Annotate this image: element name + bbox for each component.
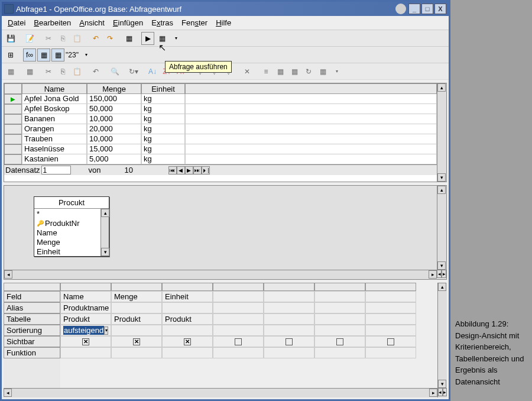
design-cell-visible[interactable]: [213, 336, 264, 347]
design-col-header[interactable]: [314, 283, 365, 291]
design-cell-sort[interactable]: [162, 325, 213, 336]
maximize-button[interactable]: □: [421, 4, 433, 14]
cell-menge[interactable]: 50,000: [87, 104, 141, 114]
design-cell-funktion[interactable]: [213, 347, 264, 358]
hscroll-left-icon[interactable]: ◂: [4, 270, 12, 279]
design-cell-sort[interactable]: [314, 325, 365, 336]
row-selector[interactable]: [4, 144, 22, 154]
design-vscroll-down-icon[interactable]: ▾: [438, 380, 446, 388]
cell-menge[interactable]: 20,000: [87, 124, 141, 134]
visible-checkbox[interactable]: ✕: [133, 338, 140, 345]
table-field[interactable]: Name: [34, 228, 100, 237]
table-field[interactable]: Menge: [34, 237, 100, 247]
cell-name[interactable]: Trauben: [22, 134, 87, 144]
design-col-header[interactable]: [264, 283, 314, 291]
row-selector[interactable]: [4, 134, 22, 144]
design-cell-feld[interactable]: [314, 291, 365, 302]
table-field[interactable]: Einheit: [34, 247, 100, 256]
visible-checkbox[interactable]: ✕: [184, 338, 191, 345]
results-row[interactable]: Orangen20,000kg: [4, 124, 437, 134]
tb3-dropdown-icon[interactable]: ▾: [330, 65, 343, 78]
design-cell-alias[interactable]: [264, 302, 314, 313]
menu-ansicht[interactable]: Ansicht: [76, 17, 108, 28]
cell-einheit[interactable]: kg: [141, 104, 185, 114]
results-vscroll[interactable]: ▴ ▾: [437, 83, 446, 182]
visible-checkbox[interactable]: [336, 338, 343, 345]
design-cell-feld[interactable]: [264, 291, 314, 302]
results-row[interactable]: Apfel Boskop50,000kg: [4, 104, 437, 114]
nav-last-icon[interactable]: ⏭: [193, 166, 202, 174]
design-cell-funktion[interactable]: [264, 347, 314, 358]
sort-asc-icon[interactable]: A↓: [146, 65, 159, 78]
design-vscroll-up-icon[interactable]: ▴: [438, 283, 446, 291]
save-icon[interactable]: 💾: [4, 32, 17, 45]
design-cell-alias[interactable]: [314, 302, 365, 313]
toolbar2-dropdown-icon[interactable]: ▾: [80, 48, 93, 62]
design-cell-tabelle[interactable]: [213, 313, 264, 325]
visible-checkbox[interactable]: [235, 338, 242, 345]
menu-einfuegen[interactable]: Einfügen: [109, 17, 147, 28]
functions-icon[interactable]: f∞: [23, 48, 36, 62]
cell-einheit[interactable]: kg: [141, 144, 185, 154]
design-cell-sort[interactable]: [365, 325, 416, 336]
design-cell-sort[interactable]: aufsteigend▾: [60, 325, 111, 336]
paste-icon[interactable]: 📋: [70, 32, 83, 45]
table-field[interactable]: 🔑ProduktNr: [34, 218, 100, 228]
tb3-cut-icon[interactable]: ✂: [42, 65, 55, 78]
row-selector[interactable]: [4, 104, 22, 114]
cell-menge[interactable]: 10,000: [87, 114, 141, 124]
tb3-misc1-icon[interactable]: ≡: [259, 65, 273, 78]
results-row[interactable]: Kastanien5,000kg: [4, 154, 437, 164]
design-cell-alias[interactable]: [162, 302, 213, 313]
col-header-menge[interactable]: Menge: [87, 83, 141, 94]
design-cell-visible[interactable]: ✕: [60, 336, 111, 347]
col-header-name[interactable]: Name: [22, 83, 87, 94]
run-query-icon[interactable]: ▶: [141, 32, 154, 45]
results-row[interactable]: Bananen10,000kg: [4, 114, 437, 124]
table-field[interactable]: *: [34, 209, 100, 218]
design-cell-tabelle[interactable]: [365, 313, 416, 325]
clear-query-icon[interactable]: ▦: [155, 32, 168, 45]
tb3-copy-icon[interactable]: ⎘: [56, 65, 69, 78]
design-hscroll[interactable]: ◂ ▸: [4, 388, 437, 397]
hscroll-right-icon[interactable]: ▸: [429, 270, 437, 279]
hscroll-right2-icon[interactable]: ▸: [442, 270, 446, 278]
cell-einheit[interactable]: kg: [141, 124, 185, 134]
table-scroll-up-icon[interactable]: ▴: [101, 209, 109, 217]
sort-dropdown-icon[interactable]: ▾: [104, 326, 108, 335]
toolbar-dropdown-icon[interactable]: ▾: [170, 32, 183, 45]
design-cell-visible[interactable]: ✕: [162, 336, 213, 347]
refresh-icon[interactable]: ↻▾: [127, 65, 140, 78]
hscroll-left2-icon[interactable]: ◂: [437, 270, 442, 278]
design-cell-feld[interactable]: [213, 291, 264, 302]
tb3-paste-icon[interactable]: 📋: [70, 65, 83, 78]
tb3-misc5-icon[interactable]: ▦: [316, 65, 329, 78]
design-cell-alias[interactable]: [365, 302, 416, 313]
undo-icon[interactable]: ↶: [89, 32, 102, 45]
design-col-header[interactable]: [213, 283, 264, 291]
table-name-icon[interactable]: ▦: [37, 48, 50, 62]
design-col-header[interactable]: [162, 283, 213, 291]
design-cell-tabelle[interactable]: Produkt: [60, 313, 111, 325]
row-selector[interactable]: [4, 154, 22, 164]
design-cell-sort[interactable]: [213, 325, 264, 336]
close-button[interactable]: X: [434, 4, 446, 14]
nav-prev-icon[interactable]: ◀: [177, 166, 185, 174]
edit-icon[interactable]: 📝: [23, 32, 36, 45]
titlebar[interactable]: Abfrage1 - OpenOffice.org Base: Abfragee…: [2, 2, 449, 16]
design-hscroll-left-icon[interactable]: ◂: [4, 389, 12, 397]
design-cell-feld[interactable]: Einheit: [162, 291, 213, 302]
add-table-icon[interactable]: ⊞: [4, 48, 17, 62]
design-corner-right-icon[interactable]: ▸: [443, 388, 447, 396]
design-cell-funktion[interactable]: [162, 347, 213, 358]
visible-checkbox[interactable]: ✕: [82, 338, 89, 345]
alias-icon[interactable]: ▦: [51, 48, 64, 62]
design-cell-tabelle[interactable]: [314, 313, 365, 325]
tb3-misc3-icon[interactable]: ▦: [288, 65, 301, 78]
menu-bearbeiten[interactable]: Bearbeiten: [30, 17, 74, 28]
table-scroll-down-icon[interactable]: ▾: [101, 248, 109, 256]
design-vscroll[interactable]: ▴ ▾ ◂ ▸: [437, 283, 447, 397]
find-icon[interactable]: 🔍: [108, 65, 121, 78]
cell-menge[interactable]: 5,000: [87, 154, 141, 164]
menu-extras[interactable]: Extras: [148, 17, 177, 28]
